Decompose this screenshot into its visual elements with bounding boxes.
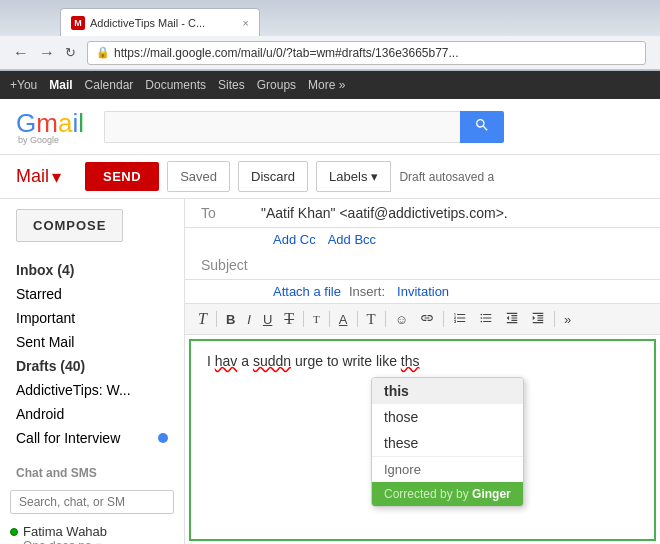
googlebar-mail[interactable]: Mail: [49, 78, 72, 92]
toolbar-sep-6: [443, 311, 444, 327]
search-input[interactable]: [104, 111, 460, 143]
strikethrough-btn[interactable]: T: [279, 308, 299, 330]
link-icon: [420, 311, 434, 325]
googlebar-documents[interactable]: Documents: [145, 78, 206, 92]
browser-tab[interactable]: M AddictiveTips Mail - C... ×: [60, 8, 260, 36]
saved-button[interactable]: Saved: [167, 161, 230, 192]
online-user-fatima[interactable]: Fatima Wahab One does no ▾: [0, 520, 184, 544]
tab-close-btn[interactable]: ×: [243, 17, 249, 29]
misspelled-hav: hav: [215, 353, 238, 369]
gmail-header: Gmail by Google: [0, 99, 660, 155]
indent-more-icon: [531, 311, 545, 325]
emoji-btn[interactable]: ☺: [390, 310, 413, 329]
search-bar: [104, 111, 504, 143]
indent-less-btn[interactable]: [500, 309, 524, 330]
logo-m1: m: [36, 108, 58, 138]
bold-btn[interactable]: B: [221, 310, 240, 329]
gmail-logo-sub: by Google: [18, 135, 84, 145]
labels-button[interactable]: Labels ▾: [316, 161, 391, 192]
toolbar-sep-3: [329, 311, 330, 327]
logo-l: l: [78, 108, 84, 138]
insert-label: Insert:: [349, 284, 385, 299]
misspelled-ths: ths: [401, 353, 420, 369]
logo-a: a: [58, 108, 72, 138]
sidebar-item-drafts[interactable]: Drafts (40): [0, 354, 184, 378]
add-bcc-link[interactable]: Add Bcc: [328, 232, 376, 247]
googlebar-sites[interactable]: Sites: [218, 78, 245, 92]
discard-button[interactable]: Discard: [238, 161, 308, 192]
indent-more-btn[interactable]: [526, 309, 550, 330]
suggestion-those[interactable]: those: [372, 404, 523, 430]
to-value: "Aatif Khan" <aatif@addictivetips.com>.: [261, 205, 644, 221]
chat-search-input[interactable]: [10, 490, 174, 514]
compose-area: To "Aatif Khan" <aatif@addictivetips.com…: [185, 199, 660, 544]
sidebar-item-android[interactable]: Android: [0, 402, 184, 426]
ul-icon: [479, 311, 493, 325]
sidebar-android-label: Android: [16, 406, 64, 422]
tab-bar: M AddictiveTips Mail - C... ×: [0, 0, 660, 36]
online-user-status: One does no ▾: [10, 539, 174, 544]
ginger-brand: Ginger: [472, 487, 511, 501]
textcolor-btn[interactable]: T: [362, 309, 381, 330]
compose-button[interactable]: COMPOSE: [16, 209, 123, 242]
ol-btn[interactable]: [448, 309, 472, 330]
add-cc-link[interactable]: Add Cc: [273, 232, 316, 247]
logo-g: G: [16, 108, 36, 138]
googlebar-you[interactable]: +You: [10, 78, 37, 92]
sidebar-item-starred[interactable]: Starred: [0, 282, 184, 306]
textsize-btn[interactable]: T: [308, 311, 325, 327]
suggestion-this[interactable]: this: [372, 378, 523, 404]
refresh-btn[interactable]: ↻: [60, 43, 81, 62]
subject-input[interactable]: [261, 257, 644, 273]
forward-btn[interactable]: →: [34, 42, 60, 64]
toolbar-sep-1: [216, 311, 217, 327]
googlebar-more[interactable]: More »: [308, 78, 345, 92]
googlebar-groups[interactable]: Groups: [257, 78, 296, 92]
online-indicator: [10, 528, 18, 536]
google-bar: +You Mail Calendar Documents Sites Group…: [0, 71, 660, 99]
sidebar-addictivetips-label: AddictiveTips: W...: [16, 382, 131, 398]
sidebar-sentmail-label: Sent Mail: [16, 334, 74, 350]
toolbar-sep-5: [385, 311, 386, 327]
sidebar-item-sentmail[interactable]: Sent Mail: [0, 330, 184, 354]
attach-file-link[interactable]: Attach a file: [273, 284, 341, 299]
compose-to-row: To "Aatif Khan" <aatif@addictivetips.com…: [185, 199, 660, 228]
font-format-btn[interactable]: T: [193, 308, 212, 330]
italic-btn[interactable]: I: [242, 310, 256, 329]
attach-row: Attach a file Insert: Invitation: [185, 280, 660, 304]
subject-label: Subject: [201, 257, 261, 273]
link-btn[interactable]: [415, 309, 439, 330]
ul-btn[interactable]: [474, 309, 498, 330]
search-button[interactable]: [460, 111, 504, 143]
send-button[interactable]: SEND: [85, 162, 159, 191]
invitation-link[interactable]: Invitation: [397, 284, 449, 299]
ignore-option[interactable]: Ignore: [372, 456, 523, 482]
sidebar-item-callforinterview[interactable]: Call for Interview: [0, 426, 184, 450]
address-bar[interactable]: 🔒 https://mail.google.com/mail/u/0/?tab=…: [87, 41, 646, 65]
browser-chrome: M AddictiveTips Mail - C... × ← → ↻ 🔒 ht…: [0, 0, 660, 71]
draft-autosaved: Draft autosaved a: [399, 170, 494, 184]
underline-btn[interactable]: U: [258, 310, 277, 329]
fontcolor-btn[interactable]: A: [334, 310, 353, 329]
tab-favicon: M: [71, 16, 85, 30]
compose-subject-row: Subject: [185, 251, 660, 280]
suggestion-these[interactable]: these: [372, 430, 523, 456]
compose-body[interactable]: I hav a suddn urge to write like ths thi…: [189, 339, 656, 541]
sidebar-item-important[interactable]: Important: [0, 306, 184, 330]
toolbar-sep-4: [357, 311, 358, 327]
chat-section-label: Chat and SMS: [0, 460, 184, 484]
mail-label[interactable]: Mail ▾: [16, 166, 61, 188]
more-format-btn[interactable]: »: [559, 310, 576, 329]
sidebar-item-inbox[interactable]: Inbox (4): [0, 258, 184, 282]
ol-icon: [453, 311, 467, 325]
back-btn[interactable]: ←: [8, 42, 34, 64]
cc-bcc-row: Add Cc Add Bcc: [185, 228, 660, 251]
main-layout: COMPOSE Inbox (4) Starred Important Sent…: [0, 199, 660, 544]
sidebar-inbox-label: Inbox (4): [16, 262, 74, 278]
sidebar-item-addictivetips[interactable]: AddictiveTips: W...: [0, 378, 184, 402]
autocorrect-popup: this those these Ignore Corrected by by …: [371, 377, 524, 507]
googlebar-calendar[interactable]: Calendar: [85, 78, 134, 92]
by-text: by: [456, 487, 472, 501]
url-text: https://mail.google.com/mail/u/0/?tab=wm…: [114, 46, 459, 60]
search-icon: [474, 117, 490, 133]
